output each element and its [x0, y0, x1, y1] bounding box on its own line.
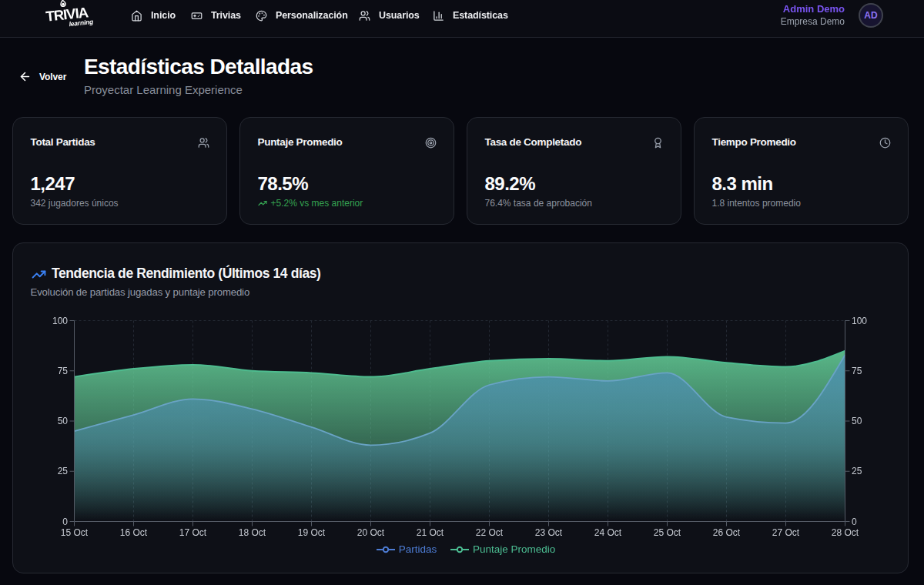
svg-text:27 Oct: 27 Oct: [772, 527, 800, 538]
svg-text:25: 25: [58, 466, 69, 476]
svg-text:50: 50: [58, 416, 69, 426]
svg-text:75: 75: [58, 366, 69, 376]
svg-text:100: 100: [52, 316, 68, 326]
svg-text:28 Oct: 28 Oct: [832, 527, 859, 538]
svg-text:24 Oct: 24 Oct: [594, 527, 622, 538]
svg-text:25: 25: [852, 466, 862, 476]
svg-text:26 Oct: 26 Oct: [713, 527, 741, 538]
svg-text:22 Oct: 22 Oct: [476, 527, 504, 538]
svg-text:0: 0: [852, 516, 857, 527]
svg-text:16 Oct: 16 Oct: [120, 527, 148, 538]
svg-text:23 Oct: 23 Oct: [535, 527, 563, 538]
svg-text:100: 100: [852, 316, 867, 326]
svg-text:20 Oct: 20 Oct: [357, 527, 385, 538]
svg-text:75: 75: [852, 366, 862, 376]
svg-text:0: 0: [62, 516, 68, 527]
svg-text:17 Oct: 17 Oct: [179, 527, 207, 538]
svg-text:19 Oct: 19 Oct: [298, 527, 326, 538]
svg-text:50: 50: [852, 416, 862, 426]
svg-text:15 Oct: 15 Oct: [61, 527, 89, 538]
svg-text:21 Oct: 21 Oct: [417, 527, 444, 538]
svg-text:18 Oct: 18 Oct: [239, 527, 266, 538]
svg-text:25 Oct: 25 Oct: [654, 527, 681, 538]
